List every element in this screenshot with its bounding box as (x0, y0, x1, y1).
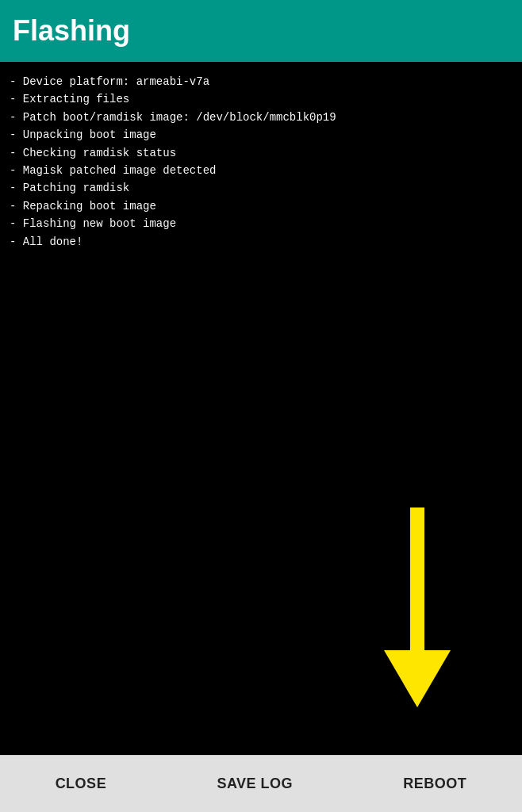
save-log-button[interactable]: SAVE LOG (201, 768, 309, 800)
close-button[interactable]: CLOSE (40, 768, 123, 800)
arrow-indicator (384, 508, 451, 707)
log-content-area: - Device platform: armeabi-v7a - Extract… (0, 62, 522, 755)
log-output: - Device platform: armeabi-v7a - Extract… (10, 73, 512, 251)
page-title: Flashing (13, 14, 130, 48)
arrow-shaft (410, 508, 424, 650)
footer-bar: CLOSE SAVE LOG REBOOT (0, 755, 522, 812)
app-header: Flashing (0, 0, 522, 62)
reboot-button[interactable]: REBOOT (387, 768, 482, 800)
arrow-head (384, 650, 451, 707)
